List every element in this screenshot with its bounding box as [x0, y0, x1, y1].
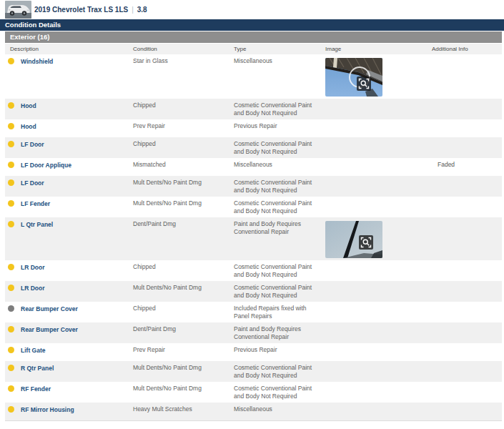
description-cell: Lift Gate	[5, 346, 133, 355]
column-header-additional-info: Additional Info	[432, 44, 500, 54]
image-cell	[325, 220, 432, 258]
condition-row: LR Door Chipped Cosmetic Conventional Pa…	[5, 260, 502, 281]
condition-row: Rear Bumper Cover Dent/Paint Dmg Paint a…	[5, 322, 502, 343]
severity-dot-icon	[8, 200, 14, 207]
condition-row: Hood Chipped Cosmetic Conventional Paint…	[5, 99, 502, 119]
severity-dot-icon	[8, 305, 14, 312]
description-cell: R Qtr Panel	[5, 364, 133, 373]
additional-info-cell: Faded	[432, 161, 500, 169]
condition-table-body: Windshield Star in Glass Miscellaneous	[5, 54, 502, 421]
damage-description-link[interactable]: Lift Gate	[21, 346, 45, 355]
condition-cell: Mismatched	[133, 161, 234, 169]
condition-cell: Chipped	[133, 102, 234, 109]
exterior-group-bar[interactable]: Exterior (16)	[5, 31, 502, 43]
condition-cell: Mult Dents/No Paint Dmg	[133, 385, 234, 393]
damage-description-link[interactable]: LF Door	[21, 179, 44, 187]
column-header-description: Description	[5, 44, 133, 54]
condition-details-title: Condition Details	[5, 21, 61, 29]
damage-description-link[interactable]: L Qtr Panel	[21, 220, 53, 229]
condition-row: RF Fender Mult Dents/No Paint Dmg Cosmet…	[5, 382, 502, 403]
type-cell: Miscellaneous	[234, 405, 325, 413]
condition-row: RF Mirror Housing Heavy Mult Scratches M…	[5, 403, 502, 420]
condition-cell: Dent/Paint Dmg	[133, 325, 234, 333]
type-cell: Paint and Body Requires Conventional Rep…	[234, 325, 325, 341]
description-cell: L Qtr Panel	[5, 220, 133, 229]
type-cell: Previous Repair	[234, 122, 325, 130]
zoom-icon[interactable]	[359, 235, 373, 250]
damage-description-link[interactable]: LR Door	[21, 284, 45, 292]
windshield-damage-photo-thumbnail[interactable]	[325, 58, 382, 97]
description-cell: Hood	[5, 122, 133, 131]
condition-table-header: Description Condition Type Image Additio…	[5, 44, 502, 54]
condition-report-page: 2019 Chevrolet Trax LS 1LS|3.8 Condition…	[0, 0, 504, 421]
type-cell: Cosmetic Conventional Paint and Body Not…	[234, 385, 325, 400]
description-cell: LF Door	[5, 140, 133, 149]
damage-description-link[interactable]: Hood	[21, 122, 36, 131]
vehicle-title: 2019 Chevrolet Trax LS 1LS	[34, 6, 128, 14]
severity-dot-icon	[8, 123, 14, 129]
damage-description-link[interactable]: Rear Bumper Cover	[21, 305, 78, 313]
type-cell: Previous Repair	[234, 346, 325, 354]
damage-description-link[interactable]: R Qtr Panel	[21, 364, 54, 373]
description-cell: LR Door	[5, 263, 133, 272]
damage-description-link[interactable]: LF Fender	[21, 199, 50, 208]
type-cell: Miscellaneous	[234, 161, 325, 169]
severity-dot-icon	[8, 385, 14, 392]
condition-cell: Prev Repair	[133, 346, 234, 354]
type-cell: Cosmetic Conventional Paint and Body Not…	[234, 364, 325, 380]
type-cell: Miscellaneous	[234, 57, 325, 65]
condition-row: Lift Gate Prev Repair Previous Repair	[5, 343, 502, 361]
type-cell: Paint and Body Requires Conventional Rep…	[234, 220, 325, 236]
vehicle-photo-thumbnail[interactable]	[5, 1, 31, 19]
exterior-group-label: Exterior (16)	[10, 33, 49, 41]
severity-dot-icon	[8, 347, 14, 353]
condition-row: LF Door Mult Dents/No Paint Dmg Cosmetic…	[5, 176, 502, 197]
severity-dot-icon	[8, 58, 14, 64]
description-cell: Hood	[5, 102, 133, 110]
severity-dot-icon	[8, 264, 14, 270]
severity-dot-icon	[8, 162, 14, 168]
severity-dot-icon	[8, 365, 14, 371]
condition-cell: Star in Glass	[133, 57, 234, 65]
quarter-panel-damage-photo-thumbnail[interactable]	[325, 221, 382, 258]
severity-dot-icon	[8, 285, 14, 291]
severity-dot-icon	[8, 102, 14, 109]
severity-dot-icon	[8, 179, 14, 186]
damage-description-link[interactable]: RF Fender	[21, 385, 51, 393]
condition-row: Windshield Star in Glass Miscellaneous	[5, 54, 502, 99]
condition-cell: Chipped	[133, 305, 234, 312]
condition-row: Rear Bumper Cover Chipped Included Repai…	[5, 302, 502, 322]
damage-description-link[interactable]: LR Door	[21, 263, 45, 272]
column-header-type: Type	[234, 44, 325, 54]
vehicle-title-line: 2019 Chevrolet Trax LS 1LS|3.8	[34, 0, 147, 19]
condition-row: R Qtr Panel Mult Dents/No Paint Dmg Cosm…	[5, 361, 502, 382]
condition-row: L Qtr Panel Dent/Paint Dmg Paint and Bod…	[5, 217, 502, 260]
vehicle-header: 2019 Chevrolet Trax LS 1LS|3.8	[0, 0, 504, 19]
damage-description-link[interactable]: RF Mirror Housing	[21, 405, 74, 414]
condition-details-bar: Condition Details	[0, 19, 504, 31]
type-cell: Cosmetic Conventional Paint and Body Not…	[234, 179, 325, 194]
condition-table: Description Condition Type Image Additio…	[5, 44, 502, 421]
damage-description-link[interactable]: LF Door Applique	[21, 161, 71, 169]
type-cell: Cosmetic Conventional Paint and Body Not…	[234, 199, 325, 215]
condition-cell: Mult Dents/No Paint Dmg	[133, 364, 234, 372]
damage-description-link[interactable]: LF Door	[21, 140, 44, 149]
description-cell: RF Mirror Housing	[5, 405, 133, 414]
zoom-icon[interactable]	[357, 77, 371, 91]
type-cell: Included Repairs fixed with Panel Repair…	[234, 305, 325, 320]
condition-cell: Mult Dents/No Paint Dmg	[133, 284, 234, 292]
column-header-condition: Condition	[133, 44, 234, 54]
type-cell: Cosmetic Conventional Paint and Body Not…	[234, 102, 325, 117]
vehicle-photo-icon	[5, 1, 31, 19]
type-cell: Cosmetic Conventional Paint and Body Not…	[234, 140, 325, 156]
condition-row: LF Door Chipped Cosmetic Conventional Pa…	[5, 137, 502, 158]
severity-dot-icon	[8, 141, 14, 147]
damage-description-link[interactable]: Hood	[21, 102, 36, 110]
damage-description-link[interactable]: Rear Bumper Cover	[21, 325, 78, 334]
condition-cell: Mult Dents/No Paint Dmg	[133, 199, 234, 207]
description-cell: LF Door	[5, 179, 133, 187]
damage-description-link[interactable]: Windshield	[21, 57, 53, 66]
condition-cell: Chipped	[133, 263, 234, 271]
condition-cell: Chipped	[133, 140, 234, 148]
title-separator: |	[128, 6, 137, 14]
